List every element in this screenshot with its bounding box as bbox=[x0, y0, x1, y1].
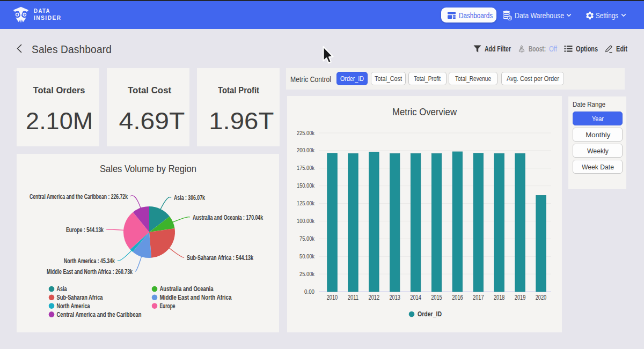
legend-label: Middle East and North Africa bbox=[160, 293, 232, 301]
bar-2016[interactable] bbox=[452, 152, 463, 292]
kpi-value: 4.69T bbox=[107, 108, 189, 135]
bar-2018[interactable] bbox=[494, 153, 504, 292]
metric-option-total-cost[interactable]: Total_Cost bbox=[371, 72, 406, 85]
y-tick-label: 0.00 bbox=[304, 288, 314, 295]
kpi-label-text: Total Profit bbox=[218, 86, 256, 95]
legend-dot bbox=[49, 303, 55, 309]
bar-chart[interactable]: 0.0025.00k50.00k75.00k100.00k125.00k150.… bbox=[287, 96, 562, 332]
legend-dot bbox=[152, 286, 158, 292]
edit-button[interactable]: Edit bbox=[605, 44, 627, 53]
brand-line1-row: DATA bbox=[34, 8, 62, 14]
metric-option-order-id[interactable]: Order_ID bbox=[336, 72, 368, 85]
date-range-option-label: Monthly bbox=[586, 131, 610, 139]
x-tick-label: 2012 bbox=[369, 294, 380, 301]
date-range-option-label: Week Date bbox=[582, 163, 612, 171]
settings-menu[interactable]: Settings bbox=[585, 1, 626, 29]
metric-option-label: Avg. Cost per Order bbox=[507, 75, 551, 83]
header-actions: Add Filter Boost: Off Options Edit bbox=[473, 36, 627, 61]
add-filter-button[interactable]: Add Filter bbox=[473, 44, 511, 53]
back-button[interactable] bbox=[15, 44, 24, 53]
metric-option-total-profit[interactable]: Total_Profit bbox=[408, 72, 447, 85]
date-range-option-label: Year bbox=[592, 115, 602, 123]
kpi-label-text: Total Orders bbox=[32, 86, 86, 95]
bar-2011[interactable] bbox=[348, 154, 358, 292]
kpi-value-text: 4.69T bbox=[115, 108, 188, 135]
metric-option-label: Order_ID bbox=[340, 75, 360, 83]
legend-dot bbox=[49, 295, 55, 301]
pie-slice-label: Europe : 544.13k bbox=[66, 226, 104, 234]
date-range-option-label: Weekly bbox=[587, 147, 608, 155]
pie-slice-label: Sub-Saharan Africa : 544.13k bbox=[187, 254, 254, 262]
kpi-value-text: 1.96T bbox=[206, 108, 277, 135]
bar-2017[interactable] bbox=[473, 153, 484, 292]
date-range-option-weekly[interactable]: Weekly bbox=[573, 144, 623, 158]
y-tick-label: 50.00k bbox=[299, 253, 315, 259]
y-tick-label: 25.00k bbox=[299, 271, 315, 277]
pie-slice-sub-saharan-africa[interactable] bbox=[149, 228, 175, 258]
metric-option-total-revenue[interactable]: Total_Revenue bbox=[449, 72, 497, 85]
metric-control-label: Metric Control bbox=[290, 75, 331, 84]
pie-label-line bbox=[106, 229, 124, 231]
legend-label: Europe bbox=[160, 302, 175, 310]
bar-chart-card: Metric Overview 0.0025.00k50.00k75.00k10… bbox=[287, 96, 562, 332]
list-options-icon bbox=[564, 45, 573, 53]
kpi-value-text: 2.10M bbox=[25, 108, 94, 135]
bar-2020[interactable] bbox=[536, 195, 546, 292]
bar-2019[interactable] bbox=[515, 153, 525, 292]
data-warehouse-label: Data Warehouse bbox=[515, 11, 555, 20]
y-tick-label: 225.00k bbox=[297, 130, 315, 136]
bar-2010[interactable] bbox=[327, 153, 338, 292]
date-range-label-text: Date Range bbox=[573, 101, 601, 108]
kpi-value: 1.96T bbox=[197, 108, 280, 135]
x-tick-label: 2015 bbox=[431, 294, 442, 301]
x-tick-label: 2019 bbox=[515, 294, 526, 301]
y-tick-label: 175.00k bbox=[297, 165, 315, 171]
metric-control-label-text: Metric Control bbox=[290, 75, 326, 84]
y-tick-label: 125.00k bbox=[297, 200, 315, 206]
y-tick-label: 150.00k bbox=[297, 182, 315, 189]
legend-dot bbox=[152, 295, 158, 301]
dashboards-button[interactable]: Dashboards bbox=[441, 8, 496, 23]
kpi-value: 2.10M bbox=[17, 108, 99, 135]
y-tick-label: 100.00k bbox=[297, 218, 315, 224]
page-title: Sales Dashboard bbox=[32, 43, 112, 56]
boost-toggle[interactable]: Boost: Off bbox=[518, 44, 557, 53]
kpi-label: Total Cost bbox=[107, 86, 189, 95]
metric-option-label: Total_Cost bbox=[375, 75, 397, 83]
page-title-text: Sales Dashboard bbox=[32, 43, 104, 56]
legend-dot bbox=[49, 286, 55, 292]
legend-dot bbox=[152, 303, 158, 309]
x-tick-label: 2018 bbox=[494, 294, 505, 301]
kpi-label-text: Total Cost bbox=[127, 86, 172, 95]
metric-option-avg-cost-per-order[interactable]: Avg. Cost per Order bbox=[501, 72, 564, 85]
metric-option-label: Total_Revenue bbox=[455, 75, 483, 83]
pie-slice-label: Asia : 306.07k bbox=[174, 194, 206, 202]
data-warehouse-menu[interactable]: Data Warehouse bbox=[502, 1, 572, 29]
date-range-option-week-date[interactable]: Week Date bbox=[573, 160, 623, 174]
date-range-panel: Date Range YearMonthlyWeeklyWeek Date bbox=[568, 96, 626, 189]
pie-chart[interactable]: Asia : 306.07kAustralia and Oceania : 17… bbox=[17, 154, 279, 332]
x-tick-label: 2010 bbox=[327, 294, 338, 301]
bar-2015[interactable] bbox=[431, 154, 442, 292]
bar-2014[interactable] bbox=[411, 153, 421, 292]
brand-logo: DATA INSIDER bbox=[13, 5, 62, 24]
date-range-option-monthly[interactable]: Monthly bbox=[573, 128, 623, 142]
bar-2012[interactable] bbox=[369, 152, 379, 292]
date-range-buttons: YearMonthlyWeeklyWeek Date bbox=[573, 112, 626, 174]
options-button[interactable]: Options bbox=[564, 44, 598, 53]
date-range-option-year[interactable]: Year bbox=[573, 112, 623, 125]
x-tick-label: 2011 bbox=[348, 294, 359, 301]
legend-label: Central America and the Caribbean bbox=[57, 310, 142, 318]
owl-logo-icon bbox=[13, 6, 28, 23]
brand-line2-row: INSIDER bbox=[34, 14, 62, 21]
bar-2013[interactable] bbox=[390, 154, 400, 292]
kpi-card-total-cost: Total Cost 4.69T bbox=[107, 68, 189, 146]
x-tick-label: 2013 bbox=[389, 294, 400, 301]
pie-label-line bbox=[135, 256, 142, 271]
pie-slice-label: Australia and Oceania : 170.04k bbox=[193, 213, 264, 221]
y-tick-label: 75.00k bbox=[299, 235, 315, 242]
chevron-down-icon bbox=[621, 13, 626, 17]
metric-control-bar: Metric Control Order_IDTotal_CostTotal_P… bbox=[286, 68, 625, 90]
filter-funnel-icon bbox=[473, 45, 481, 53]
pie-label-line bbox=[172, 217, 190, 222]
